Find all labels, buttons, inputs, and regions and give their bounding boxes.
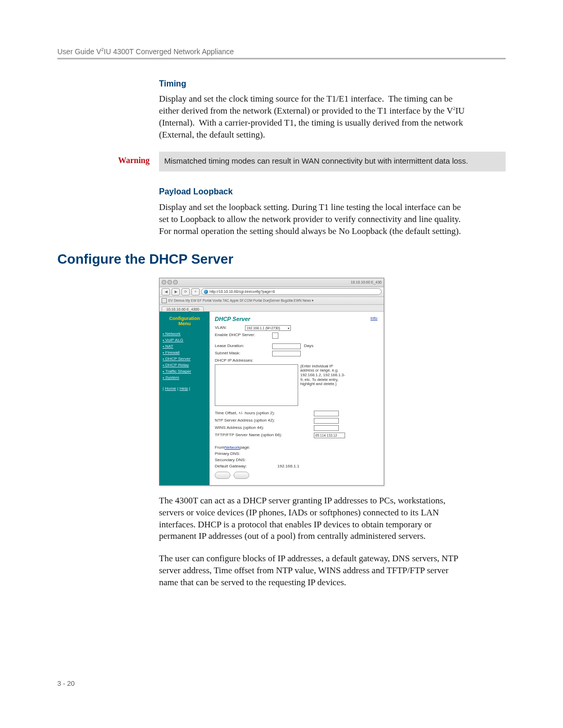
opt66-label: TFTP/FTP Server Name (option 66):: [215, 433, 314, 437]
window-controls[interactable]: [162, 280, 178, 285]
opt2-input[interactable]: [314, 411, 339, 416]
warning-label: Warning: [57, 152, 159, 165]
page-number: 3 - 20: [57, 680, 75, 687]
config-sidebar: ConfigurationMenu Network VoIP ALG NAT F…: [160, 312, 210, 485]
config-main: Info DHCP Server VLAN: 192.168.1.1 (M=27…: [210, 312, 384, 485]
gateway-label: Default Gateway:: [215, 464, 277, 468]
addr-hint: (Enter individual IP address or range, e…: [300, 364, 347, 387]
sidebar-item-network[interactable]: Network: [163, 331, 206, 337]
gateway-value: 192.168.1.1: [277, 464, 299, 468]
vlan-label: VLAN:: [215, 325, 245, 330]
network-page-link[interactable]: Network: [225, 445, 240, 450]
browser-toolbar: ◀ ▶ ⟳ + http://10.10.10.60/cgi-bin/confi…: [160, 287, 384, 297]
sidebar-item-firewall[interactable]: Firewall: [163, 350, 206, 356]
vlan-select[interactable]: 192.168.1.1 (M=2730)▾: [245, 325, 291, 331]
subnet-label: Subnet Mask:: [215, 351, 272, 355]
addr-textarea[interactable]: [215, 364, 298, 406]
forward-button[interactable]: ▶: [172, 288, 180, 295]
url-bar[interactable]: http://10.10.10.60/cgi-bin/config?page=8: [201, 288, 382, 295]
primary-dns-label: Primary DNS:: [215, 451, 240, 456]
browser-titlebar: 10.10.10.60 E_430: [160, 278, 384, 287]
lease-input[interactable]: [272, 343, 301, 349]
globe-icon: [204, 290, 208, 294]
add-button[interactable]: +: [191, 288, 200, 295]
opt2-label: Time Offset, +/- hours (option 2):: [215, 411, 314, 415]
embedded-screenshot: 10.10.10.60 E_430 ◀ ▶ ⟳ + http://10.10.1…: [159, 278, 506, 486]
url-text: http://10.10.10.60/cgi-bin/config?page=8: [210, 290, 275, 293]
sidebar-item-dhcp-relay[interactable]: DHCP Relay: [163, 362, 206, 368]
dhcp-body-1: The 4300T can act as a DHCP server grant…: [159, 495, 467, 543]
sidebar-item-nat[interactable]: NAT: [163, 343, 206, 350]
back-button[interactable]: ◀: [162, 288, 170, 295]
timing-heading: Timing: [159, 78, 467, 90]
browser-tab[interactable]: 10.10.10.60 E_4300: [162, 306, 204, 312]
lease-unit: Days: [304, 343, 313, 348]
zoom-dot-icon[interactable]: [173, 280, 178, 285]
close-dot-icon[interactable]: [162, 280, 166, 285]
sidebar-title: ConfigurationMenu: [163, 316, 206, 327]
dhcp-heading: Configure the DHCP Server: [57, 251, 506, 267]
sidebar-item-voip-alg[interactable]: VoIP ALG: [163, 337, 206, 343]
payload-body: Display and set the loopback setting. Du…: [159, 202, 467, 238]
lease-label: Lease Duration:: [215, 343, 272, 348]
secondary-dns-label: Secondary DNS:: [215, 458, 246, 462]
sidebar-help-link[interactable]: Help: [179, 386, 188, 391]
window-title: 10.10.10.60 E_430: [351, 280, 382, 284]
opt44-label: WINS Address (option 44):: [215, 425, 314, 430]
sidebar-item-dhcp-server[interactable]: DHCP Server: [163, 356, 206, 362]
warning-box: Mismatched timing modes can result in WA…: [159, 152, 506, 171]
sidebar-item-system[interactable]: System: [163, 375, 206, 381]
timing-body: Display and set the clock timing source …: [159, 93, 467, 141]
reload-button[interactable]: ⟳: [181, 288, 190, 295]
sidebar-footer: | Home | Help |: [163, 386, 206, 391]
warning-row: Warning Mismatched timing modes can resu…: [57, 152, 506, 171]
opt42-input[interactable]: [314, 418, 339, 424]
submit-button[interactable]: [215, 472, 230, 479]
opt44-input[interactable]: [314, 425, 339, 431]
reset-button[interactable]: [234, 472, 249, 479]
enable-checkbox[interactable]: [272, 332, 278, 339]
page-header: User Guide V2IU 4300T Converged Network …: [57, 47, 506, 59]
enable-label: Enable DHCP Server:: [215, 332, 272, 337]
minimize-dot-icon[interactable]: [167, 280, 172, 285]
addr-label: DHCP IP Addresses:: [215, 358, 272, 363]
subnet-input[interactable]: [272, 351, 301, 356]
panel-title: DHCP Server: [215, 316, 380, 322]
bookmarks-bar[interactable]: EV Demos My EW EF Portal Vovita TAC Appl…: [160, 297, 384, 305]
sidebar-home-link[interactable]: Home: [165, 386, 176, 391]
payload-heading: Payload Loopback: [159, 186, 467, 198]
dhcp-body-2: The user can configure blocks of IP addr…: [159, 553, 467, 589]
from-network-line: From Network page:: [215, 445, 380, 450]
opt66-input[interactable]: 65.114.133.12: [314, 433, 345, 438]
info-link[interactable]: Info: [371, 316, 377, 320]
opt42-label: NTP Server Address (option 42):: [215, 418, 314, 423]
sidebar-item-traffic-shaper[interactable]: Traffic Shaper: [163, 368, 206, 375]
